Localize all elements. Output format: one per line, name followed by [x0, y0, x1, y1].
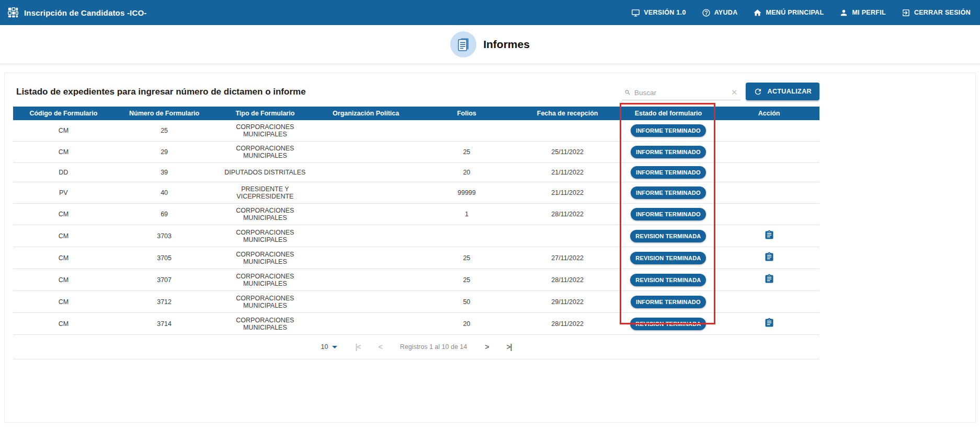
cell-accion: [719, 247, 819, 269]
cell-codigo: CM: [13, 269, 114, 291]
cell-folios: 50: [416, 291, 517, 313]
last-page-button[interactable]: >|: [506, 343, 511, 351]
table-row: CM3714CORPORACIONES MUNICIPALES2028/11/2…: [13, 313, 819, 335]
cell-numero: 3703: [114, 225, 215, 247]
cell-accion: [719, 204, 819, 225]
page-size-select[interactable]: 10: [321, 343, 337, 351]
table-row: CM3707CORPORACIONES MUNICIPALES2528/11/2…: [13, 269, 819, 291]
cell-tipo: CORPORACIONES MUNICIPALES: [215, 204, 316, 225]
nav-profile[interactable]: MI PERFIL: [839, 8, 886, 17]
status-badge: INFORME TERMINADO: [631, 166, 706, 179]
cell-organizacion: [315, 142, 416, 163]
cell-numero: 40: [114, 182, 215, 204]
table-row: CM3712CORPORACIONES MUNICIPALES5029/11/2…: [13, 291, 819, 313]
cell-organizacion: [315, 313, 416, 335]
app-title: Inscripción de Candidatos -ICO-: [24, 8, 147, 17]
cell-codigo: CM: [13, 204, 114, 225]
table-body: CM25CORPORACIONES MUNICIPALESINFORME TER…: [13, 120, 819, 335]
cell-folios: 20: [416, 163, 517, 182]
clipboard-icon: [764, 230, 774, 240]
status-badge: INFORME TERMINADO: [631, 296, 706, 308]
cell-accion: [719, 291, 819, 313]
cell-estado: INFORME TERMINADO: [618, 142, 719, 163]
cell-numero: 3707: [114, 269, 215, 291]
cell-fecha: [517, 225, 618, 247]
nav-version-label: VERSIÓN 1.0: [644, 9, 686, 16]
cell-folios: [416, 120, 517, 142]
col-numero: Número de Formulario: [114, 107, 215, 120]
cell-codigo: CM: [13, 142, 114, 163]
cell-fecha: 25/11/2022: [517, 142, 618, 163]
table-row: CM25CORPORACIONES MUNICIPALESINFORME TER…: [13, 120, 819, 142]
cell-estado: INFORME TERMINADO: [618, 163, 719, 182]
table-row: DD39DIPUTADOS DISTRITALES2021/11/2022INF…: [13, 163, 819, 182]
open-report-action-button[interactable]: [763, 273, 776, 287]
clear-search-icon[interactable]: ✕: [730, 88, 739, 97]
cell-folios: 25: [416, 269, 517, 291]
nav-help[interactable]: AYUDA: [702, 8, 738, 17]
cell-fecha: 29/11/2022: [517, 291, 618, 313]
topbar-nav: VERSIÓN 1.0 AYUDA MENÚ PRINCIPAL MI PERF…: [631, 8, 973, 17]
open-report-action-button[interactable]: [763, 229, 776, 243]
open-report-action-button[interactable]: [763, 251, 776, 265]
table-row: CM3705CORPORACIONES MUNICIPALES2527/11/2…: [13, 247, 819, 269]
search-input[interactable]: [634, 89, 727, 97]
cell-estado: INFORME TERMINADO: [618, 204, 719, 225]
cell-codigo: CM: [13, 247, 114, 269]
refresh-icon: [754, 87, 762, 96]
table-header-row: Código de Formulario Número de Formulari…: [13, 107, 819, 120]
cell-numero: 3712: [114, 291, 215, 313]
nav-help-label: AYUDA: [714, 9, 738, 16]
cell-estado: REVISION TERMINADA: [618, 225, 719, 247]
cell-organizacion: [315, 269, 416, 291]
cell-tipo: CORPORACIONES MUNICIPALES: [215, 142, 316, 163]
refresh-button[interactable]: ACTUALIZAR: [746, 83, 819, 100]
toolbar: Listado de expedientes para ingresar núm…: [13, 83, 819, 100]
nav-main-menu-label: MENÚ PRINCIPAL: [766, 9, 824, 16]
table-row: PV40PRESIDENTE Y VICEPRESIDENTE9999921/1…: [13, 182, 819, 204]
nav-logout[interactable]: CERRAR SESIÓN: [902, 8, 971, 17]
status-badge: INFORME TERMINADO: [631, 124, 706, 137]
cell-estado: INFORME TERMINADO: [618, 120, 719, 142]
clipboard-icon: [764, 252, 774, 262]
cell-fecha: 21/11/2022: [517, 163, 618, 182]
first-page-button[interactable]: |<: [355, 343, 360, 351]
cell-tipo: DIPUTADOS DISTRITALES: [215, 163, 316, 182]
list-title: Listado de expedientes para ingresar núm…: [13, 87, 306, 100]
search-icon: [624, 88, 631, 97]
cell-codigo: CM: [13, 225, 114, 247]
cell-numero: 39: [114, 163, 215, 182]
page-title: Informes: [483, 38, 530, 51]
open-report-action-button[interactable]: [763, 317, 776, 331]
cell-accion: [719, 142, 819, 163]
cell-estado: REVISION TERMINADA: [618, 313, 719, 335]
cell-fecha: 28/11/2022: [517, 269, 618, 291]
cell-accion: [719, 163, 819, 182]
col-organizacion: Organización Política: [315, 107, 416, 120]
content-card: Listado de expedientes para ingresar núm…: [4, 73, 976, 423]
topbar: Inscripción de Candidatos -ICO- VERSIÓN …: [0, 0, 980, 25]
next-page-button[interactable]: >: [485, 343, 488, 351]
search-box: ✕: [622, 85, 740, 100]
logout-icon: [902, 8, 910, 17]
col-fecha: Fecha de recepción: [517, 107, 618, 120]
cell-numero: 3705: [114, 247, 215, 269]
nav-profile-label: MI PERFIL: [852, 9, 886, 16]
cell-numero: 3714: [114, 313, 215, 335]
cell-tipo: CORPORACIONES MUNICIPALES: [215, 313, 316, 335]
cell-folios: 20: [416, 313, 517, 335]
prev-page-button[interactable]: <: [378, 343, 382, 351]
cell-organizacion: [315, 204, 416, 225]
cell-codigo: PV: [13, 182, 114, 204]
cell-fecha: [517, 120, 618, 142]
nav-main-menu[interactable]: MENÚ PRINCIPAL: [753, 8, 824, 17]
page-header: Informes: [0, 25, 980, 64]
expedientes-table: Código de Formulario Número de Formulari…: [13, 107, 819, 335]
cell-tipo: CORPORACIONES MUNICIPALES: [215, 120, 316, 142]
cell-accion: [719, 182, 819, 204]
status-badge: REVISION TERMINADA: [630, 230, 706, 242]
refresh-button-label: ACTUALIZAR: [767, 88, 812, 95]
chevron-down-icon: [332, 346, 337, 348]
page-size-value: 10: [321, 343, 328, 351]
nav-version[interactable]: VERSIÓN 1.0: [631, 8, 686, 17]
